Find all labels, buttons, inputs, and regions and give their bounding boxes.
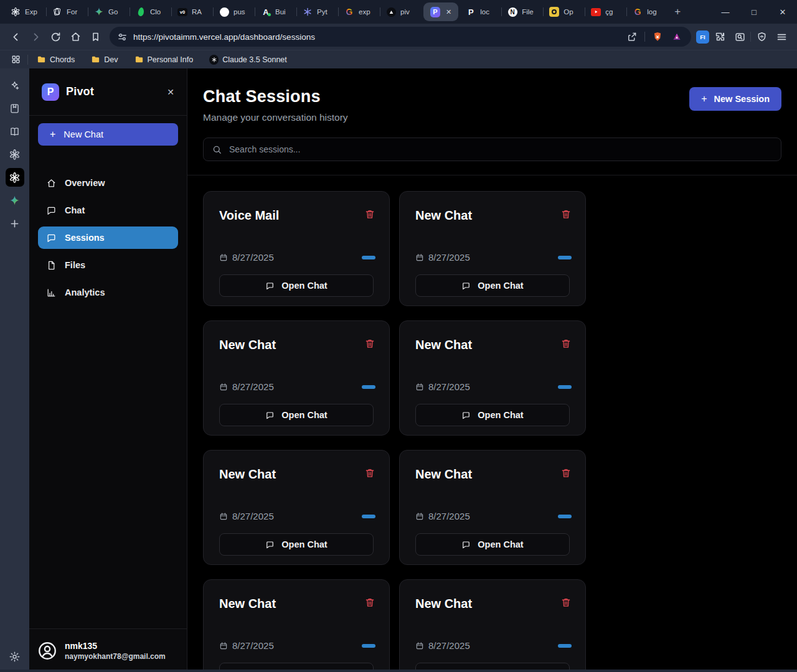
- bookmark-item[interactable]: Dev: [86, 52, 123, 67]
- open-chat-button[interactable]: Open Chat: [219, 533, 374, 556]
- calendar-icon: [219, 642, 228, 650]
- chat-bubble-icon: [461, 411, 471, 420]
- browser-tab[interactable]: Pyt: [297, 0, 338, 24]
- brave-shield-icon[interactable]: [651, 30, 664, 44]
- open-chat-button[interactable]: Open Chat: [219, 404, 374, 426]
- menu-icon[interactable]: [772, 27, 791, 46]
- browser-tab[interactable]: P✕: [423, 2, 458, 21]
- bookmark-label: Personal Info: [148, 55, 194, 64]
- browser-tab[interactable]: Op: [544, 0, 585, 24]
- session-date-text: 8/27/2025: [232, 252, 274, 263]
- url-text[interactable]: https://pivotaimm.vercel.app/dashboard/s…: [133, 32, 620, 42]
- tab-label: pus: [233, 8, 249, 16]
- gemini-icon[interactable]: [6, 191, 24, 210]
- search-bar[interactable]: [203, 138, 781, 161]
- leo-ai-icon[interactable]: [6, 76, 24, 95]
- browser-tab[interactable]: Exp: [5, 0, 46, 24]
- brand-title: Pivot: [66, 85, 160, 98]
- browser-tab[interactable]: NFile: [502, 0, 543, 24]
- open-chat-button[interactable]: Open Chat: [415, 274, 570, 297]
- minimize-button[interactable]: —: [711, 0, 740, 24]
- browser-tab[interactable]: For: [47, 0, 88, 24]
- session-date: 8/27/2025: [219, 381, 274, 392]
- sidebar-close-icon[interactable]: ✕: [167, 87, 174, 97]
- session-date: 8/27/2025: [219, 252, 274, 263]
- sidebar-nav: OverviewChatSessionsFilesAnalytics: [29, 172, 187, 304]
- browser-tab[interactable]: çg: [585, 0, 626, 24]
- new-tab-button[interactable]: +: [668, 2, 687, 21]
- browser-side-strip: [0, 68, 29, 672]
- apps-grid-icon[interactable]: [7, 52, 24, 68]
- browser-tab[interactable]: v0RA: [172, 0, 213, 24]
- browser-tab[interactable]: Clo: [130, 0, 171, 24]
- tab-close-icon[interactable]: ✕: [446, 8, 451, 16]
- reading-list-icon[interactable]: [6, 122, 24, 141]
- share-icon[interactable]: [625, 30, 639, 44]
- browser-tab[interactable]: ABui: [255, 0, 296, 24]
- bookmark-icon[interactable]: [86, 27, 105, 46]
- delete-session-icon[interactable]: [364, 208, 375, 220]
- reload-icon[interactable]: [46, 27, 65, 46]
- search-input[interactable]: [229, 144, 773, 154]
- delete-session-icon[interactable]: [364, 467, 375, 478]
- tab-label: Pyt: [317, 8, 332, 16]
- user-box[interactable]: nmk135 naymyokhant78@gmail.com: [29, 628, 187, 672]
- session-date: 8/27/2025: [415, 640, 470, 651]
- add-panel-icon[interactable]: [6, 214, 24, 233]
- browser-tab[interactable]: piv: [380, 0, 422, 24]
- extensions-puzzle-icon[interactable]: [710, 27, 729, 46]
- bookmark-item[interactable]: Chords: [32, 52, 80, 67]
- tab-label: Exp: [25, 8, 40, 16]
- session-date-text: 8/27/2025: [428, 252, 470, 263]
- bookmark-item[interactable]: Personal Info: [130, 52, 199, 67]
- delete-session-icon[interactable]: [560, 338, 572, 349]
- app-tile-icon[interactable]: [6, 168, 24, 187]
- forward-icon[interactable]: [26, 27, 45, 46]
- delete-session-icon[interactable]: [364, 597, 375, 608]
- session-meta: 8/27/2025: [415, 511, 572, 521]
- delete-session-icon[interactable]: [560, 467, 572, 478]
- tab-label: For: [67, 8, 82, 16]
- delete-session-icon[interactable]: [364, 338, 375, 349]
- browser-tab[interactable]: Glog: [627, 0, 668, 24]
- delete-session-icon[interactable]: [560, 597, 572, 608]
- sidebar-item-chat[interactable]: Chat: [38, 199, 178, 222]
- tab-label: piv: [400, 8, 416, 16]
- sidebar-item-sessions[interactable]: Sessions: [38, 226, 178, 249]
- back-icon[interactable]: [6, 27, 25, 46]
- session-card: New Chat8/27/2025Open Chat: [399, 191, 586, 306]
- open-chat-label: Open Chat: [478, 281, 523, 291]
- session-title: New Chat: [415, 338, 472, 352]
- sidebar-item-overview[interactable]: Overview: [38, 172, 178, 194]
- open-chat-button[interactable]: Open Chat: [415, 404, 570, 426]
- browser-tab[interactable]: pus: [214, 0, 255, 24]
- chatgpt-icon[interactable]: [6, 145, 24, 164]
- page-header-text: Chat Sessions Manage your conversation h…: [203, 87, 348, 123]
- close-button[interactable]: ✕: [768, 0, 797, 24]
- open-chat-button[interactable]: Open Chat: [415, 533, 570, 556]
- delete-session-icon[interactable]: [560, 208, 572, 220]
- settings-gear-icon[interactable]: [6, 647, 24, 666]
- vpn-shield-icon[interactable]: [752, 27, 771, 46]
- new-session-button[interactable]: + New Session: [689, 87, 781, 111]
- bookmarks-panel-icon[interactable]: [6, 99, 24, 118]
- open-chat-button[interactable]: Open Chat: [219, 274, 374, 297]
- browser-tab[interactable]: Ploc: [460, 0, 501, 24]
- site-permissions-icon[interactable]: [117, 32, 128, 42]
- sidebar-item-analytics[interactable]: Analytics: [38, 281, 178, 304]
- fi-extension-icon[interactable]: FI: [696, 30, 709, 44]
- window-bottom-edge: [0, 670, 797, 672]
- url-field[interactable]: https://pivotaimm.vercel.app/dashboard/s…: [110, 27, 691, 47]
- browser-tab[interactable]: Gexp: [339, 0, 380, 24]
- new-chat-button[interactable]: + New Chat: [38, 123, 178, 146]
- sidebar-item-files[interactable]: Files: [38, 254, 178, 276]
- search-tabs-icon[interactable]: [730, 27, 749, 46]
- bookmark-item[interactable]: Claude 3.5 Sonnet: [204, 52, 292, 67]
- brave-rewards-icon[interactable]: [670, 30, 684, 44]
- home-icon[interactable]: [66, 27, 85, 46]
- new-session-label: New Session: [714, 94, 770, 104]
- calendar-icon: [219, 512, 228, 521]
- browser-tab[interactable]: Go: [88, 0, 130, 24]
- session-card: New Chat8/27/2025Open Chat: [399, 579, 586, 672]
- maximize-button[interactable]: □: [740, 0, 768, 24]
